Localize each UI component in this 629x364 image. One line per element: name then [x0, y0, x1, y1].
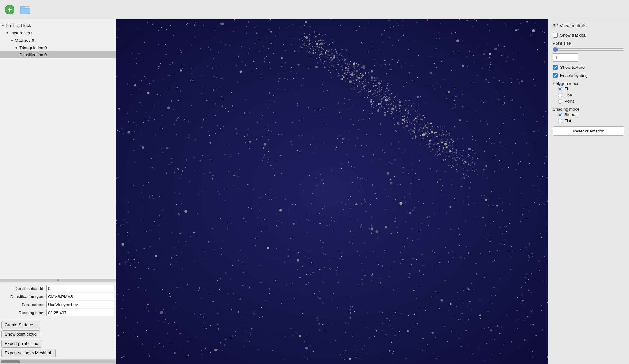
svg-point-108 — [361, 145, 362, 146]
svg-point-2368 — [193, 232, 195, 233]
svg-point-2525 — [360, 185, 361, 186]
svg-point-755 — [440, 136, 440, 137]
svg-point-2395 — [407, 111, 408, 112]
show-trackball-checkbox[interactable] — [553, 33, 558, 38]
svg-point-672 — [442, 195, 442, 196]
svg-point-1249 — [116, 76, 117, 77]
svg-point-464 — [316, 318, 317, 319]
svg-point-310 — [511, 82, 512, 83]
enable-lighting-checkbox[interactable] — [553, 73, 558, 78]
svg-point-2561 — [379, 53, 379, 54]
vertical-splitter[interactable] — [0, 279, 116, 282]
svg-point-2888 — [415, 125, 415, 126]
shading-smooth-label[interactable]: Smooth — [564, 112, 579, 117]
svg-point-406 — [327, 54, 328, 55]
tree-picture-set[interactable]: ▼ Picture set 0 — [0, 29, 116, 37]
svg-point-362 — [147, 304, 149, 305]
svg-point-1858 — [358, 92, 359, 93]
svg-point-970 — [398, 123, 398, 123]
svg-point-766 — [468, 289, 469, 290]
tree-project[interactable]: ▼ Project: block — [0, 22, 116, 29]
svg-point-1158 — [197, 323, 197, 323]
show-texture-checkbox[interactable] — [553, 65, 558, 70]
svg-point-2693 — [352, 83, 352, 84]
tree-view: ▼ Project: block ▼ Picture set 0 ▼ Match… — [0, 19, 116, 279]
polygon-fill-label[interactable]: Fill — [564, 86, 570, 91]
svg-point-972 — [401, 114, 401, 114]
svg-point-2680 — [263, 206, 263, 206]
export-scene-button[interactable]: Export scene to MeshLab — [1, 349, 56, 357]
tree-matches[interactable]: ▼ Matches 0 — [0, 37, 116, 44]
svg-point-1508 — [127, 131, 130, 134]
svg-point-1855 — [359, 284, 360, 285]
add-button[interactable] — [3, 3, 16, 16]
svg-point-2267 — [180, 50, 181, 51]
svg-point-1931 — [486, 58, 486, 59]
svg-point-2902 — [379, 89, 380, 90]
shading-flat-radio[interactable] — [558, 119, 562, 123]
3d-viewport[interactable] — [116, 19, 548, 364]
point-size-slider[interactable] — [553, 47, 624, 52]
svg-point-220 — [543, 159, 544, 159]
shading-flat-label[interactable]: Flat — [564, 118, 571, 123]
densification-type-input[interactable] — [46, 293, 114, 300]
svg-point-2462 — [379, 91, 380, 92]
svg-point-1588 — [466, 122, 467, 122]
svg-point-1274 — [368, 72, 369, 73]
show-trackball-label[interactable]: Show trackball — [560, 33, 587, 38]
enable-lighting-label[interactable]: Enable lighting — [560, 73, 587, 78]
svg-point-2036 — [460, 150, 462, 151]
shading-smooth-radio[interactable] — [558, 113, 562, 117]
reset-orientation-button[interactable]: Reset orientation — [553, 126, 624, 136]
svg-point-1956 — [278, 134, 279, 135]
svg-point-1910 — [405, 221, 405, 222]
running-time-input[interactable] — [46, 309, 114, 316]
svg-point-219 — [128, 121, 129, 122]
show-point-cloud-button[interactable]: Show point cloud — [1, 330, 40, 338]
svg-point-1017 — [532, 292, 532, 293]
svg-point-1409 — [157, 94, 158, 95]
svg-point-1726 — [491, 329, 492, 331]
polygon-line-radio[interactable] — [558, 93, 562, 97]
parameters-input[interactable] — [46, 301, 114, 308]
tree-densification[interactable]: Densification 0 — [0, 51, 116, 58]
svg-point-1223 — [379, 86, 380, 88]
svg-point-1400 — [200, 160, 201, 162]
polygon-line-label[interactable]: Line — [564, 93, 572, 97]
svg-point-746 — [356, 79, 358, 80]
svg-point-2418 — [438, 154, 439, 155]
svg-point-1475 — [473, 82, 474, 83]
horizontal-scrollbar[interactable] — [0, 359, 116, 364]
svg-point-215 — [493, 221, 494, 222]
polygon-point-label[interactable]: Point — [564, 99, 574, 104]
polygon-point-radio[interactable] — [558, 99, 562, 104]
svg-point-542 — [409, 122, 409, 123]
svg-point-2720 — [448, 254, 449, 254]
svg-point-2352 — [486, 121, 487, 122]
show-texture-label[interactable]: Show texture — [560, 65, 585, 70]
svg-point-757 — [493, 98, 493, 99]
open-file-button[interactable] — [19, 3, 32, 16]
svg-point-2856 — [363, 68, 365, 69]
svg-point-2227 — [388, 108, 389, 109]
svg-point-2862 — [395, 107, 396, 108]
svg-point-1356 — [427, 86, 427, 86]
tree-triangulation[interactable]: ▼ Triangulation 0 — [0, 44, 116, 51]
export-point-cloud-button[interactable]: Export point cloud — [1, 340, 42, 348]
svg-point-1583 — [136, 125, 137, 126]
svg-point-1360 — [204, 173, 205, 174]
svg-point-2944 — [251, 87, 251, 87]
svg-point-2256 — [504, 344, 505, 345]
scroll-thumb[interactable] — [1, 360, 20, 363]
svg-point-105 — [405, 149, 405, 150]
svg-point-2645 — [502, 146, 503, 147]
svg-point-650 — [279, 78, 280, 79]
properties-panel: Densification Id: Densification type: Pa… — [0, 282, 116, 319]
point-size-value-input[interactable] — [553, 53, 578, 62]
svg-point-296 — [287, 79, 288, 80]
densification-id-input[interactable] — [46, 285, 114, 292]
svg-point-1706 — [122, 243, 124, 246]
svg-point-647 — [505, 239, 505, 240]
polygon-fill-radio[interactable] — [558, 87, 562, 91]
create-surface-button[interactable]: Create Surface... — [1, 321, 40, 329]
